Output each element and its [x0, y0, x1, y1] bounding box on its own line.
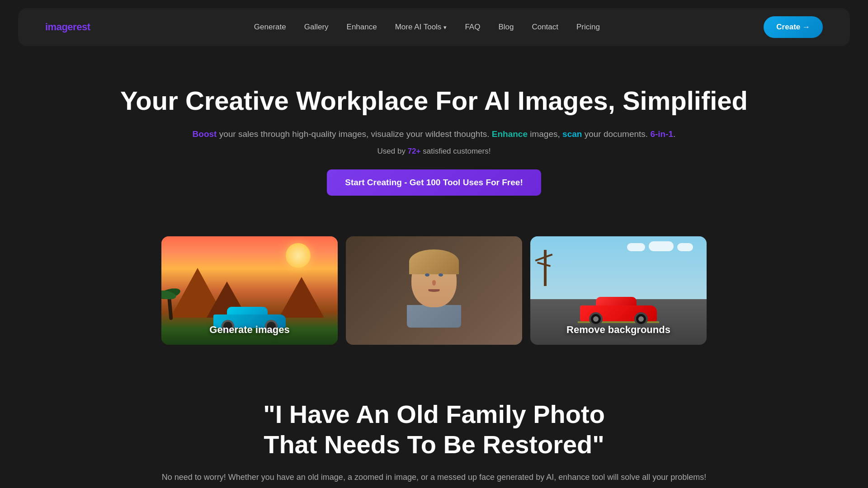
scan-text: scan — [562, 129, 582, 139]
testimonial-description: No need to worry! Whether you have an ol… — [136, 470, 732, 484]
red-car — [580, 295, 657, 327]
showcase-bg-remove[interactable]: Remove backgrounds — [530, 236, 707, 345]
person-shirt — [407, 305, 461, 328]
person-nose — [432, 280, 436, 286]
person-eye-left — [425, 273, 429, 277]
used-by-suffix: satisfied customers! — [420, 147, 491, 155]
generate-overlay-text: Generate images — [209, 324, 289, 336]
image-showcase: Generate images — [0, 218, 868, 372]
nav-pricing[interactable]: Pricing — [576, 23, 600, 31]
nav-more-ai-tools[interactable]: More AI Tools — [395, 23, 447, 32]
cloud-2 — [649, 241, 674, 251]
logo[interactable]: imagerest — [45, 21, 90, 33]
hero-headline: Your Creative Workplace For AI Images, S… — [90, 86, 778, 116]
nav-generate[interactable]: Generate — [254, 23, 286, 31]
person-eye-right — [439, 273, 443, 277]
boost-text: Boost — [193, 129, 217, 139]
cta-button[interactable]: Start Creating - Get 100 Tool Uses For F… — [327, 169, 541, 196]
six-in-one-text: 6-in-1 — [650, 129, 673, 139]
navbar: imagerest Generate Gallery Enhance More … — [18, 8, 850, 46]
enhance-text: Enhance — [492, 129, 528, 139]
customer-count: 72+ — [408, 147, 421, 155]
logo-part1: image — [45, 21, 73, 33]
logo-part2: rest — [73, 21, 90, 33]
person-hair — [409, 249, 459, 274]
testimonial-section: "I Have An Old Family Photo That Needs T… — [0, 372, 868, 488]
portrait-person — [346, 236, 522, 345]
portrait-scene — [346, 236, 522, 345]
mountain-2 — [279, 277, 324, 318]
showcase-portrait[interactable] — [346, 236, 522, 345]
subtitle-mid1: your sales through high-quality images, … — [217, 129, 491, 139]
used-by-prefix: Used by — [377, 147, 408, 155]
nav-links: Generate Gallery Enhance More AI Tools F… — [254, 23, 600, 32]
cloud-1 — [627, 243, 645, 251]
nav-faq[interactable]: FAQ — [465, 23, 480, 31]
nav-contact[interactable]: Contact — [532, 23, 558, 31]
person-eyes — [425, 273, 443, 277]
hero-section: Your Creative Workplace For AI Images, S… — [0, 54, 868, 218]
subtitle-suffix: . — [673, 129, 675, 139]
showcase-generate[interactable]: Generate images — [161, 236, 338, 345]
person-mouth — [429, 289, 440, 292]
quote-line2: That Needs To Be Restored" — [264, 430, 604, 459]
subtitle-mid3: your documents. — [582, 129, 650, 139]
quote-line1: "I Have An Old Family Photo — [263, 400, 605, 428]
person-head — [411, 253, 457, 307]
cloud-3 — [677, 243, 693, 251]
create-button[interactable]: Create → — [764, 16, 823, 38]
bare-tree — [544, 250, 547, 286]
subtitle-mid2: images, — [528, 129, 562, 139]
testimonial-quote: "I Have An Old Family Photo That Needs T… — [136, 399, 732, 460]
nav-gallery[interactable]: Gallery — [304, 23, 329, 31]
bg-remove-overlay-text: Remove backgrounds — [566, 324, 670, 336]
nav-enhance[interactable]: Enhance — [347, 23, 377, 31]
nav-blog[interactable]: Blog — [498, 23, 514, 31]
hero-subtitle: Boost your sales through high-quality im… — [90, 127, 778, 141]
used-by-text: Used by 72+ satisfied customers! — [90, 147, 778, 156]
clouds — [627, 243, 693, 253]
